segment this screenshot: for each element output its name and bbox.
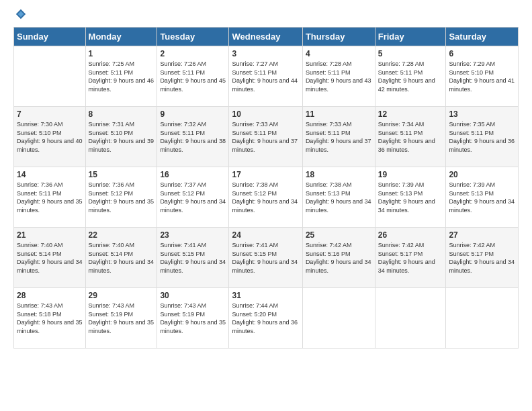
day-number: 20 xyxy=(449,170,515,179)
day-number: 19 xyxy=(378,170,443,179)
calendar-cell: 20Sunrise: 7:39 AM Sunset: 5:13 PM Dayli… xyxy=(446,167,519,228)
calendar-cell: 19Sunrise: 7:39 AM Sunset: 5:13 PM Dayli… xyxy=(375,167,446,228)
day-info: Sunrise: 7:42 AM Sunset: 5:16 PM Dayligh… xyxy=(306,241,372,275)
weekday-header-tuesday: Tuesday xyxy=(157,28,229,46)
day-info: Sunrise: 7:25 AM Sunset: 5:11 PM Dayligh… xyxy=(89,60,154,93)
calendar-cell: 11Sunrise: 7:33 AM Sunset: 5:11 PM Dayli… xyxy=(302,107,375,167)
calendar-cell: 10Sunrise: 7:33 AM Sunset: 5:11 PM Dayli… xyxy=(229,107,302,167)
calendar-cell: 5Sunrise: 7:28 AM Sunset: 5:11 PM Daylig… xyxy=(375,46,446,107)
page: SundayMondayTuesdayWednesdayThursdayFrid… xyxy=(0,0,532,411)
day-info: Sunrise: 7:28 AM Sunset: 5:11 PM Dayligh… xyxy=(378,60,443,93)
day-number: 25 xyxy=(306,230,372,240)
calendar-table: SundayMondayTuesdayWednesdayThursdayFrid… xyxy=(13,27,519,349)
logo xyxy=(13,11,27,20)
day-number: 13 xyxy=(449,109,515,119)
day-info: Sunrise: 7:26 AM Sunset: 5:11 PM Dayligh… xyxy=(160,60,226,93)
day-number: 3 xyxy=(232,49,299,58)
calendar-week-3: 14Sunrise: 7:36 AM Sunset: 5:11 PM Dayli… xyxy=(14,167,519,228)
calendar-cell: 28Sunrise: 7:43 AM Sunset: 5:18 PM Dayli… xyxy=(14,288,86,349)
calendar-cell: 31Sunrise: 7:44 AM Sunset: 5:20 PM Dayli… xyxy=(229,288,302,349)
day-info: Sunrise: 7:42 AM Sunset: 5:17 PM Dayligh… xyxy=(449,241,515,275)
day-info: Sunrise: 7:28 AM Sunset: 5:11 PM Dayligh… xyxy=(306,60,372,93)
calendar-cell: 12Sunrise: 7:34 AM Sunset: 5:11 PM Dayli… xyxy=(375,107,446,167)
calendar-week-2: 7Sunrise: 7:30 AM Sunset: 5:10 PM Daylig… xyxy=(14,107,519,167)
header xyxy=(13,11,519,20)
day-number: 11 xyxy=(306,109,372,119)
calendar-cell: 14Sunrise: 7:36 AM Sunset: 5:11 PM Dayli… xyxy=(14,167,86,228)
calendar-cell: 4Sunrise: 7:28 AM Sunset: 5:11 PM Daylig… xyxy=(302,46,375,107)
day-number: 29 xyxy=(89,291,154,300)
calendar-cell: 21Sunrise: 7:40 AM Sunset: 5:14 PM Dayli… xyxy=(14,228,86,288)
day-info: Sunrise: 7:33 AM Sunset: 5:11 PM Dayligh… xyxy=(306,120,372,154)
day-number: 23 xyxy=(160,230,226,240)
day-info: Sunrise: 7:29 AM Sunset: 5:10 PM Dayligh… xyxy=(449,60,515,93)
calendar-cell: 13Sunrise: 7:35 AM Sunset: 5:11 PM Dayli… xyxy=(446,107,519,167)
day-number: 12 xyxy=(378,109,443,119)
day-number: 5 xyxy=(378,49,443,58)
calendar-header-row: SundayMondayTuesdayWednesdayThursdayFrid… xyxy=(14,28,519,46)
calendar-cell: 30Sunrise: 7:43 AM Sunset: 5:19 PM Dayli… xyxy=(157,288,229,349)
calendar-week-1: 1Sunrise: 7:25 AM Sunset: 5:11 PM Daylig… xyxy=(14,46,519,107)
day-info: Sunrise: 7:34 AM Sunset: 5:11 PM Dayligh… xyxy=(378,120,443,154)
day-number: 4 xyxy=(306,49,372,58)
calendar-cell: 23Sunrise: 7:41 AM Sunset: 5:15 PM Dayli… xyxy=(157,228,229,288)
weekday-header-friday: Friday xyxy=(375,28,446,46)
calendar-cell xyxy=(446,288,519,349)
day-number: 16 xyxy=(160,170,226,179)
calendar-cell xyxy=(375,288,446,349)
day-number: 15 xyxy=(89,170,154,179)
day-number: 17 xyxy=(232,170,299,179)
calendar-cell: 22Sunrise: 7:40 AM Sunset: 5:14 PM Dayli… xyxy=(85,228,157,288)
day-number: 10 xyxy=(232,109,299,119)
day-info: Sunrise: 7:41 AM Sunset: 5:15 PM Dayligh… xyxy=(232,241,299,275)
day-info: Sunrise: 7:41 AM Sunset: 5:15 PM Dayligh… xyxy=(160,241,226,275)
day-info: Sunrise: 7:32 AM Sunset: 5:11 PM Dayligh… xyxy=(160,120,226,154)
day-info: Sunrise: 7:35 AM Sunset: 5:11 PM Dayligh… xyxy=(449,120,515,154)
day-number: 22 xyxy=(89,230,154,240)
day-number: 6 xyxy=(449,49,515,58)
calendar-cell: 6Sunrise: 7:29 AM Sunset: 5:10 PM Daylig… xyxy=(446,46,519,107)
weekday-header-sunday: Sunday xyxy=(14,28,86,46)
calendar-week-5: 28Sunrise: 7:43 AM Sunset: 5:18 PM Dayli… xyxy=(14,288,519,349)
day-info: Sunrise: 7:30 AM Sunset: 5:10 PM Dayligh… xyxy=(17,120,83,154)
day-info: Sunrise: 7:44 AM Sunset: 5:20 PM Dayligh… xyxy=(232,302,299,335)
day-info: Sunrise: 7:39 AM Sunset: 5:13 PM Dayligh… xyxy=(449,181,515,214)
logo-icon xyxy=(15,8,27,20)
day-number: 26 xyxy=(378,230,443,240)
day-info: Sunrise: 7:39 AM Sunset: 5:13 PM Dayligh… xyxy=(378,181,443,214)
day-info: Sunrise: 7:38 AM Sunset: 5:13 PM Dayligh… xyxy=(306,181,372,214)
calendar-cell: 15Sunrise: 7:36 AM Sunset: 5:12 PM Dayli… xyxy=(85,167,157,228)
day-number: 18 xyxy=(306,170,372,179)
calendar-cell: 3Sunrise: 7:27 AM Sunset: 5:11 PM Daylig… xyxy=(229,46,302,107)
day-info: Sunrise: 7:36 AM Sunset: 5:11 PM Dayligh… xyxy=(17,181,83,214)
calendar-cell: 2Sunrise: 7:26 AM Sunset: 5:11 PM Daylig… xyxy=(157,46,229,107)
calendar-cell: 27Sunrise: 7:42 AM Sunset: 5:17 PM Dayli… xyxy=(446,228,519,288)
day-number: 8 xyxy=(89,109,154,119)
weekday-header-thursday: Thursday xyxy=(302,28,375,46)
calendar-cell: 18Sunrise: 7:38 AM Sunset: 5:13 PM Dayli… xyxy=(302,167,375,228)
calendar-cell: 29Sunrise: 7:43 AM Sunset: 5:19 PM Dayli… xyxy=(85,288,157,349)
calendar-cell: 17Sunrise: 7:38 AM Sunset: 5:12 PM Dayli… xyxy=(229,167,302,228)
weekday-header-wednesday: Wednesday xyxy=(229,28,302,46)
day-info: Sunrise: 7:43 AM Sunset: 5:18 PM Dayligh… xyxy=(17,302,83,335)
weekday-header-monday: Monday xyxy=(85,28,157,46)
calendar-cell: 16Sunrise: 7:37 AM Sunset: 5:12 PM Dayli… xyxy=(157,167,229,228)
day-number: 21 xyxy=(17,230,83,240)
calendar-cell: 8Sunrise: 7:31 AM Sunset: 5:10 PM Daylig… xyxy=(85,107,157,167)
day-info: Sunrise: 7:40 AM Sunset: 5:14 PM Dayligh… xyxy=(17,241,83,275)
day-number: 14 xyxy=(17,170,83,179)
day-info: Sunrise: 7:37 AM Sunset: 5:12 PM Dayligh… xyxy=(160,181,226,214)
calendar-week-4: 21Sunrise: 7:40 AM Sunset: 5:14 PM Dayli… xyxy=(14,228,519,288)
day-info: Sunrise: 7:43 AM Sunset: 5:19 PM Dayligh… xyxy=(160,302,226,335)
calendar-cell xyxy=(14,46,86,107)
day-number: 7 xyxy=(17,109,83,119)
day-number: 30 xyxy=(160,291,226,300)
day-info: Sunrise: 7:27 AM Sunset: 5:11 PM Dayligh… xyxy=(232,60,299,93)
weekday-header-saturday: Saturday xyxy=(446,28,519,46)
day-number: 2 xyxy=(160,49,226,58)
calendar-cell xyxy=(302,288,375,349)
day-info: Sunrise: 7:42 AM Sunset: 5:17 PM Dayligh… xyxy=(378,241,443,275)
day-info: Sunrise: 7:40 AM Sunset: 5:14 PM Dayligh… xyxy=(89,241,154,275)
day-number: 31 xyxy=(232,291,299,300)
calendar-cell: 25Sunrise: 7:42 AM Sunset: 5:16 PM Dayli… xyxy=(302,228,375,288)
